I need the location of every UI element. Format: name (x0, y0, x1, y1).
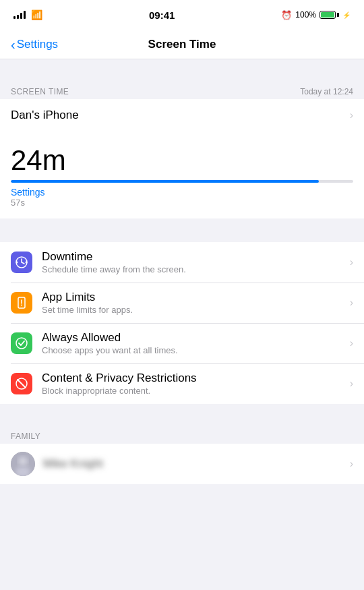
always-allowed-text: Always Allowed Choose apps you want at a… (42, 331, 350, 355)
downtime-text: Downtime Schedule time away from the scr… (42, 250, 350, 274)
battery-icon (320, 11, 339, 19)
bottom-spacer (0, 484, 364, 511)
battery-percent: 100% (295, 10, 316, 20)
total-time: 24m (11, 146, 353, 175)
features-card: Downtime Schedule time away from the scr… (0, 242, 364, 404)
status-left: 📶 (13, 9, 42, 20)
family-member-row[interactable]: Mike Knight › (0, 444, 364, 484)
family-member-text: Mike Knight (43, 457, 350, 471)
wifi-icon: 📶 (31, 9, 42, 20)
app-limits-row[interactable]: App Limits Set time limits for apps. › (0, 283, 364, 323)
back-button[interactable]: ‹ Settings (11, 38, 58, 51)
always-allowed-title: Always Allowed (42, 331, 350, 345)
content-privacy-icon (11, 373, 32, 394)
top-app-time: 57s (11, 198, 353, 208)
downtime-title: Downtime (42, 250, 350, 264)
screen-time-section-header: SCREEN TIME Today at 12:24 (0, 83, 364, 99)
top-spacer (0, 59, 364, 83)
screen-time-card: Dan's iPhone › 24m Settings 57s (0, 99, 364, 218)
downtime-icon (11, 252, 32, 273)
family-member-name: Mike Knight (43, 457, 103, 470)
svg-point-1 (16, 262, 18, 264)
family-label: FAMILY (11, 432, 40, 441)
status-time: 09:41 (149, 9, 175, 21)
app-limits-chevron: › (350, 297, 353, 309)
alarm-icon: ⏰ (281, 10, 292, 20)
nav-bar: ‹ Settings Screen Time (0, 30, 364, 59)
downtime-subtitle: Schedule time away from the screen. (42, 264, 350, 274)
always-allowed-subtitle: Choose apps you want at all times. (42, 345, 350, 355)
app-limits-title: App Limits (42, 291, 350, 304)
content-privacy-chevron: › (350, 378, 353, 390)
device-row[interactable]: Dan's iPhone › (0, 99, 364, 131)
app-limits-subtitle: Set time limits for apps. (42, 305, 350, 315)
device-name: Dan's iPhone (11, 109, 79, 121)
page-title: Screen Time (148, 38, 216, 51)
downtime-chevron: › (350, 256, 353, 268)
family-avatar (11, 452, 35, 476)
charging-icon: ⚡ (342, 11, 351, 19)
svg-point-5 (16, 338, 27, 349)
back-arrow-icon: ‹ (11, 38, 16, 51)
svg-point-2 (26, 262, 28, 264)
app-limits-icon (11, 292, 32, 314)
content-privacy-subtitle: Block inappropriate content. (42, 386, 350, 396)
back-label: Settings (17, 38, 58, 51)
downtime-row[interactable]: Downtime Schedule time away from the scr… (0, 242, 364, 283)
content-scroll[interactable]: SCREEN TIME Today at 12:24 Dan's iPhone … (0, 59, 364, 590)
family-member-chevron: › (350, 458, 353, 470)
content-privacy-text: Content & Privacy Restrictions Block ina… (42, 372, 350, 396)
always-allowed-chevron: › (350, 337, 353, 349)
always-allowed-icon (11, 332, 32, 354)
family-spacer (0, 404, 364, 427)
progress-bar (11, 180, 353, 183)
device-row-chevron: › (350, 109, 353, 121)
screen-time-label: SCREEN TIME (11, 87, 69, 96)
signal-bars-icon (13, 11, 26, 19)
progress-bar-fill (11, 180, 319, 183)
screen-time-date: Today at 12:24 (300, 87, 353, 96)
status-right: ⏰ 100% ⚡ (281, 10, 351, 20)
family-section-header: FAMILY (0, 427, 364, 444)
content-privacy-title: Content & Privacy Restrictions (42, 372, 350, 385)
svg-line-7 (18, 380, 26, 388)
mid-spacer (0, 218, 364, 242)
status-bar: 📶 09:41 ⏰ 100% ⚡ (0, 0, 364, 30)
svg-point-4 (21, 305, 22, 306)
content-privacy-row[interactable]: Content & Privacy Restrictions Block ina… (0, 363, 364, 404)
device-name-text: Dan's iPhone (11, 109, 350, 122)
stats-detail: 24m Settings 57s (0, 131, 364, 218)
svg-point-9 (18, 456, 28, 466)
top-app-label: Settings (11, 187, 353, 198)
app-limits-text: App Limits Set time limits for apps. (42, 291, 350, 315)
family-card: Mike Knight › (0, 444, 364, 484)
always-allowed-row[interactable]: Always Allowed Choose apps you want at a… (0, 323, 364, 363)
